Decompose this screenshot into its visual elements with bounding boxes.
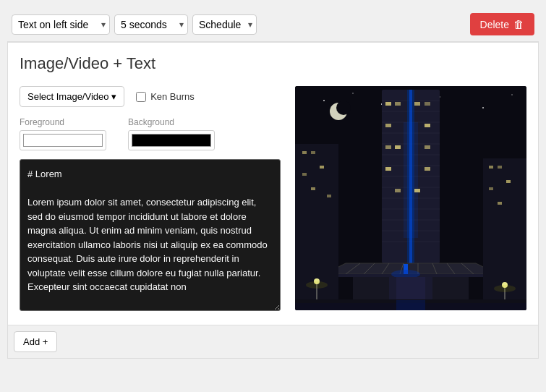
schedule-select[interactable]: Schedule [192,14,257,35]
duration-select[interactable]: 3 seconds 5 seconds 7 seconds 10 seconds [114,14,188,35]
svg-rect-68 [489,166,493,169]
main-content: Image/Video + Text Select Image/Video ▾ … [7,42,539,325]
duration-select-wrapper: 3 seconds 5 seconds 7 seconds 10 seconds [114,14,188,35]
page-title: Image/Video + Text [20,54,526,73]
svg-rect-70 [506,180,511,183]
controls-row: Select Image/Video ▾ Ken Burns [20,86,281,107]
svg-rect-36 [425,145,430,149]
svg-point-5 [482,107,484,108]
right-panel [295,86,526,313]
svg-rect-40 [414,189,420,192]
svg-rect-34 [385,145,391,149]
delete-label: Delete [480,19,509,30]
content-row: Select Image/Video ▾ Ken Burns Foregroun… [20,86,526,313]
add-button[interactable]: Add + [14,331,57,352]
foreground-color-box[interactable] [20,130,106,150]
foreground-swatch [23,134,103,147]
svg-rect-32 [385,124,391,127]
svg-rect-28 [385,102,391,106]
svg-rect-69 [498,166,502,169]
svg-rect-59 [396,300,425,310]
ken-burns-checkbox[interactable] [136,92,146,102]
ken-burns-label: Ken Burns [150,91,195,102]
svg-rect-31 [425,102,430,106]
background-color-box[interactable] [128,130,215,150]
bottom-bar: Add + [7,325,539,359]
svg-rect-60 [295,144,338,299]
svg-point-78 [494,285,516,292]
select-media-label: Select Image/Video ▾ [27,91,116,102]
svg-rect-62 [311,151,315,154]
background-swatch [132,134,211,147]
foreground-label: Foreground [20,117,106,127]
schedule-select-wrapper: Schedule [192,14,257,35]
svg-rect-63 [320,166,324,169]
svg-rect-38 [425,167,430,171]
top-bar: Text on left side Text on right side Tex… [7,7,539,42]
svg-rect-29 [395,102,401,106]
svg-rect-72 [498,202,502,205]
building-scene-svg [295,86,526,310]
text-editor[interactable]: # Lorem Lorem ipsum dolor sit amet, cons… [20,159,281,311]
svg-point-75 [306,281,328,289]
svg-rect-35 [395,145,401,149]
left-panel: Select Image/Video ▾ Ken Burns Foregroun… [20,86,281,313]
svg-rect-27 [404,122,418,238]
svg-point-6 [511,94,513,95]
svg-rect-71 [489,187,493,190]
svg-point-1 [323,100,325,101]
svg-point-2 [352,93,354,94]
svg-rect-66 [327,195,331,197]
add-label: Add + [23,336,48,347]
background-label: Background [128,117,215,127]
svg-rect-37 [385,167,391,171]
select-media-button[interactable]: Select Image/Video ▾ [20,86,124,107]
color-section: Foreground Background [20,117,281,150]
foreground-group: Foreground [20,117,106,150]
svg-rect-64 [302,173,307,176]
svg-rect-61 [302,151,307,154]
ken-burns-row: Ken Burns [136,91,195,102]
svg-point-9 [336,101,351,115]
svg-rect-33 [425,124,430,127]
building-image [295,86,526,310]
position-select[interactable]: Text on left side Text on right side Tex… [12,14,110,35]
svg-rect-39 [395,189,401,192]
background-group: Background [128,117,215,150]
trash-icon: 🗑 [513,18,524,30]
delete-button[interactable]: Delete 🗑 [470,13,534,35]
svg-rect-67 [483,158,526,299]
position-select-wrapper: Text on left side Text on right side Tex… [12,14,110,35]
svg-rect-30 [414,102,420,106]
svg-rect-65 [311,187,315,190]
